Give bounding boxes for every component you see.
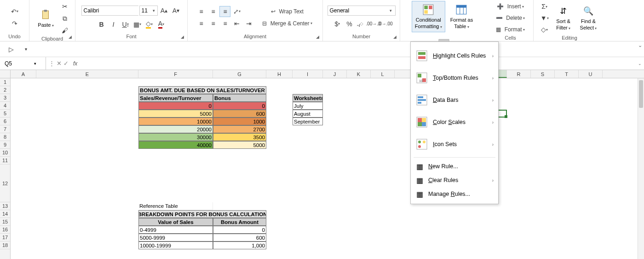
column-header[interactable]: E (36, 70, 138, 78)
menu-top-bottom-rules[interactable]: 10 Top/Bottom Rules › (411, 67, 498, 89)
align-center-button[interactable]: ≡ (207, 18, 218, 29)
cell[interactable]: 5000 (138, 110, 213, 118)
row-header[interactable]: 1 (0, 78, 10, 86)
column-header[interactable]: H (266, 70, 293, 78)
enter-formula-button[interactable]: ✓ (63, 60, 69, 67)
fill-color-button[interactable]: ◇ (144, 19, 155, 30)
row-header[interactable]: 7 (0, 125, 10, 133)
row-header[interactable]: 15 (0, 218, 10, 226)
merge-center-button[interactable]: ⊟ Merge & Center (260, 18, 314, 29)
cell[interactable]: BREAKDOWN POINTS FOR BONUS CALCULATION (138, 210, 266, 218)
cells[interactable]: BONUS AMT. DUE BASED ON SALES/TURNOVERSa… (11, 78, 644, 259)
qab-icon[interactable]: ▷ (6, 44, 17, 55)
column-header[interactable]: L (371, 70, 395, 78)
align-bottom-button[interactable]: ≡ (219, 6, 230, 17)
column-header[interactable]: F (138, 70, 213, 78)
font-launcher[interactable]: ◢ (181, 35, 185, 39)
insert-button[interactable]: ➕ Insert (495, 1, 525, 12)
row-header[interactable]: 8 (0, 133, 10, 141)
number-format-dd[interactable]: ▾ (388, 8, 394, 13)
font-size-input[interactable] (140, 6, 151, 15)
scrollbar-thumb[interactable] (639, 80, 643, 108)
decrease-indent-button[interactable]: ⇤ (231, 18, 242, 29)
font-color-button[interactable]: A (156, 19, 167, 30)
collapse-ribbon-button[interactable]: ⌄ (638, 42, 642, 48)
orientation-button[interactable]: ⤢ (231, 6, 242, 17)
copy-button[interactable]: ⧉ (59, 13, 70, 24)
row-header[interactable]: 5 (0, 110, 10, 118)
accounting-format-button[interactable]: $ (332, 18, 343, 29)
number-format-combo[interactable]: ▾ (328, 6, 396, 16)
alignment-launcher[interactable]: ◢ (316, 35, 321, 39)
borders-button[interactable]: ▦ (132, 19, 143, 30)
font-name-combo[interactable]: ▾ (81, 6, 138, 16)
percent-button[interactable]: % (344, 18, 355, 29)
increase-font-button[interactable]: A▴ (159, 5, 170, 16)
align-middle-button[interactable]: ≡ (207, 6, 218, 17)
clear-button[interactable]: ◇ (539, 24, 550, 35)
vertical-scrollbar[interactable] (638, 78, 644, 259)
cell[interactable]: Value of Sales (138, 218, 213, 226)
cell[interactable]: Bonus Amount (213, 218, 266, 226)
cut-button[interactable]: ✂ (59, 1, 70, 12)
font-size-dd[interactable]: ▾ (151, 8, 157, 13)
comma-button[interactable]: ྲ (356, 18, 367, 29)
autosum-button[interactable]: Σ (539, 1, 550, 12)
format-button[interactable]: ▦ Format (494, 24, 526, 35)
column-header[interactable]: J (323, 70, 347, 78)
cell[interactable]: 20000 (138, 125, 213, 133)
cell[interactable]: August (293, 110, 323, 118)
menu-clear-rules[interactable]: ▦ Clear Rules › (411, 173, 498, 187)
cell[interactable]: September (293, 118, 323, 125)
cell[interactable]: 40000 (138, 141, 213, 149)
underline-button[interactable]: U (120, 19, 131, 30)
cell[interactable]: 0 (138, 102, 213, 110)
italic-button[interactable]: I (108, 19, 119, 30)
menu-manage-rules[interactable]: ▦ Manage Rules... (411, 187, 498, 201)
undo-button[interactable]: ↶ (9, 6, 20, 17)
menu-highlight-cells-rules[interactable]: Highlight Cells Rules › (411, 45, 498, 67)
cell[interactable]: 2700 (213, 125, 266, 133)
formula-bar-expand[interactable]: ⌄ (636, 61, 644, 66)
column-header[interactable]: S (531, 70, 555, 78)
row-header[interactable]: 14 (0, 210, 10, 218)
row-header[interactable]: 16 (0, 226, 10, 234)
decrease-font-button[interactable]: A▾ (171, 5, 182, 16)
column-header[interactable]: U (579, 70, 603, 78)
cell[interactable]: 3500 (213, 133, 266, 141)
redo-button[interactable]: ↷ (9, 18, 20, 29)
row-header[interactable]: 9 (0, 141, 10, 149)
align-left-button[interactable]: ≡ (196, 18, 207, 29)
row-header[interactable]: 3 (0, 94, 10, 102)
qab-customize[interactable]: ▾ (20, 44, 31, 55)
bold-button[interactable]: B (96, 19, 107, 30)
row-header[interactable]: 12 (0, 165, 10, 202)
fx-label[interactable]: fx (71, 60, 79, 67)
column-header[interactable]: R (507, 70, 531, 78)
cell[interactable]: Reference Table (138, 202, 213, 210)
cell[interactable]: 1000 (213, 118, 266, 125)
decrease-decimal-button[interactable]: .0→.00 (380, 18, 391, 29)
cell[interactable]: 30000 (138, 133, 213, 141)
cell[interactable]: 0-4999 (138, 226, 213, 234)
select-all[interactable] (0, 70, 10, 78)
column-header[interactable]: A (11, 70, 36, 78)
align-top-button[interactable]: ≡ (196, 6, 207, 17)
cell[interactable]: 10000 (138, 118, 213, 125)
column-header[interactable]: G (213, 70, 266, 78)
wrap-text-button[interactable]: ↩ Wrap Text (260, 6, 314, 17)
cell[interactable]: July (293, 102, 323, 110)
column-header[interactable]: T (555, 70, 579, 78)
cell[interactable]: Worksheets (293, 94, 323, 102)
cell[interactable]: 1,000 (213, 241, 266, 249)
increase-decimal-button[interactable]: .00→.0 (368, 18, 379, 29)
row-header[interactable]: 10 (0, 149, 10, 157)
row-header[interactable]: 6 (0, 118, 10, 125)
name-box-dd[interactable]: ▾ (32, 61, 38, 66)
fill-button[interactable]: ▼ (539, 12, 550, 24)
grid[interactable]: AEFGHIJKLQRSTU BONUS AMT. DUE BASED ON S… (11, 70, 644, 259)
format-as-table-button[interactable]: Format as Table (447, 1, 477, 32)
cell[interactable]: 600 (213, 234, 266, 241)
row-header[interactable]: 11 (0, 157, 10, 165)
cell[interactable]: BONUS AMT. DUE BASED ON SALES/TURNOVER (138, 86, 266, 94)
